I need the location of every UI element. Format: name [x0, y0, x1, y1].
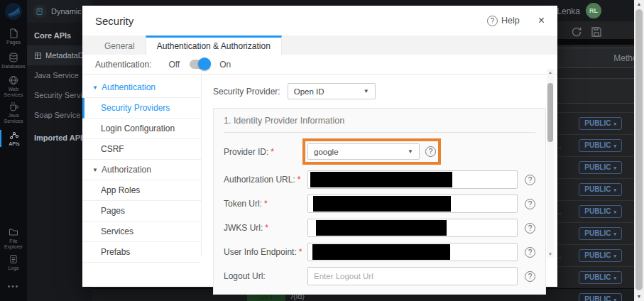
field-token-url: Token Url:* ?: [224, 195, 535, 213]
folder-icon: [9, 227, 18, 237]
caret-down-icon: ▾: [613, 121, 616, 126]
rail-label: Java Services: [0, 113, 27, 124]
section-title: 1. Identity Provider Information: [224, 109, 535, 133]
public-access-dropdown[interactable]: PUBLIC▾: [579, 293, 622, 301]
nav-item-security-providers[interactable]: Security Providers: [82, 98, 201, 119]
globe-icon: [9, 75, 18, 85]
field-label: Token Url:*: [224, 199, 307, 209]
caret-down-icon: ▼: [92, 84, 98, 91]
nav-group-authentication[interactable]: ▼ Authentication: [82, 77, 201, 98]
help-button[interactable]: ? Help: [487, 16, 520, 26]
screen: Pages Databases Web Services Java Servic…: [0, 0, 644, 301]
avatar[interactable]: RL: [586, 3, 601, 18]
field-authorization-url: Authorization URL:* ?: [224, 170, 535, 189]
public-access-dropdown[interactable]: PUBLIC▾: [579, 249, 622, 262]
jwks-url-input[interactable]: [307, 219, 518, 237]
field-label: Logout Url:: [224, 271, 307, 281]
page-scrollbar[interactable]: ▲ ▼: [634, 0, 644, 301]
scroll-up-icon[interactable]: ▲: [634, 0, 644, 9]
public-access-dropdown[interactable]: PUBLIC▾: [579, 117, 622, 130]
field-help-icon[interactable]: ?: [525, 199, 535, 209]
save-floppy-icon[interactable]: [590, 26, 603, 38]
field-label: JWKS Url:*: [224, 223, 307, 233]
project-name: Dynamic: [51, 7, 82, 16]
field-label: Provider ID:*: [224, 147, 307, 157]
db-table-icon: [34, 52, 42, 60]
field-label: Authorization URL:*: [224, 175, 307, 185]
redacted-value: [313, 196, 451, 212]
form-scrollbar-thumb[interactable]: [547, 83, 553, 142]
tab-general[interactable]: General: [94, 35, 146, 55]
more-options-ellipsis-icon[interactable]: •••: [0, 283, 27, 290]
redacted-value: [310, 172, 452, 187]
redacted-value: [316, 220, 447, 236]
nav-item-app-roles[interactable]: App Roles: [82, 180, 201, 201]
dialog-side-nav: ▼ Authentication Security Providers Logi…: [82, 75, 202, 256]
nav-item-services[interactable]: Services: [82, 221, 201, 242]
public-access-dropdown[interactable]: PUBLIC▾: [579, 205, 622, 218]
user-info-endpoint-input[interactable]: [307, 243, 518, 261]
required-marker: *: [264, 199, 268, 209]
nav-item-login-configuration[interactable]: Login Configuration: [82, 119, 201, 139]
scroll-up-icon[interactable]: ▲: [547, 69, 554, 76]
redacted-value: [312, 244, 450, 260]
toggle-label: Authentication:: [95, 60, 151, 70]
caret-down-icon: ▾: [613, 187, 616, 192]
sidebar-item-file-explorer[interactable]: File Explorer: [0, 227, 27, 250]
toggle-knob: [198, 58, 211, 70]
sidebar-item-pages[interactable]: Pages: [0, 28, 27, 45]
security-provider-select[interactable]: Open ID ▼: [288, 83, 376, 99]
token-url-input[interactable]: [307, 195, 518, 213]
logout-url-input[interactable]: [307, 267, 518, 285]
database-icon: [9, 53, 18, 62]
dialog-title: Security: [95, 15, 487, 27]
page-icon: [9, 28, 18, 38]
nav-item-pages[interactable]: Pages: [82, 201, 201, 221]
sidebar-item-web-services[interactable]: Web Services: [0, 75, 27, 98]
required-marker: *: [298, 175, 301, 185]
field-provider-id: Provider ID:* google ▼ ?: [224, 138, 535, 165]
field-label: User Info Endpoint:*: [224, 247, 307, 257]
public-access-dropdown[interactable]: PUBLIC▾: [579, 183, 622, 196]
tab-authentication-authorization[interactable]: Authentication & Authorization: [146, 35, 282, 55]
public-access-dropdown[interactable]: PUBLIC▾: [579, 161, 622, 174]
caret-down-icon: ▾: [613, 143, 616, 148]
rail-label: Web Services: [0, 87, 27, 98]
highlight-outline: google ▼ ?: [302, 138, 441, 165]
rail-label: File Explorer: [0, 239, 27, 250]
field-help-icon[interactable]: ?: [525, 223, 535, 234]
sidebar-item-java-services[interactable]: Java Services: [0, 102, 27, 124]
sidebar-item-apis[interactable]: APIs: [0, 130, 27, 147]
provider-id-select[interactable]: google ▼: [307, 143, 420, 160]
caret-down-icon: ▾: [613, 209, 616, 214]
chevron-down-icon: ▼: [408, 148, 413, 155]
sidebar-item-logs[interactable]: Logs: [0, 254, 27, 271]
toggle-on-label: On: [219, 60, 231, 70]
public-access-dropdown[interactable]: PUBLIC▾: [579, 271, 622, 284]
authorization-url-input[interactable]: [307, 170, 518, 189]
public-access-dropdown[interactable]: PUBLIC▾: [579, 139, 622, 152]
wavemaker-logo-icon[interactable]: [5, 3, 22, 20]
nav-group-authorization[interactable]: ▼ Authorization: [82, 160, 201, 180]
chevron-down-icon: ▼: [364, 88, 369, 94]
public-access-dropdown[interactable]: PUBLIC▾: [579, 227, 622, 240]
api-nodes-icon: [9, 130, 19, 140]
provider-form: Security Provider: Open ID ▼ 1. Identity…: [202, 75, 557, 256]
scroll-down-icon[interactable]: ▼: [547, 251, 554, 258]
form-scrollbar[interactable]: ▲ ▼: [547, 69, 554, 258]
close-icon[interactable]: ×: [538, 15, 545, 26]
nav-item-csrf[interactable]: CSRF: [82, 139, 201, 160]
dialog-header: Security ? Help ×: [82, 6, 557, 35]
scroll-down-icon[interactable]: ▼: [634, 292, 644, 301]
coffee-icon: [9, 102, 18, 111]
authentication-toggle[interactable]: [190, 60, 209, 69]
help-icon: ?: [487, 16, 498, 26]
refresh-icon[interactable]: [570, 26, 583, 38]
page-scrollbar-thumb[interactable]: [635, 9, 643, 290]
field-help-icon[interactable]: ?: [425, 146, 436, 157]
sidebar-item-databases[interactable]: Databases: [0, 53, 27, 70]
field-help-icon[interactable]: ?: [525, 271, 535, 282]
dialog-tabs: General Authentication & Authorization: [82, 35, 557, 55]
field-help-icon[interactable]: ?: [525, 247, 535, 258]
field-help-icon[interactable]: ?: [525, 175, 535, 185]
